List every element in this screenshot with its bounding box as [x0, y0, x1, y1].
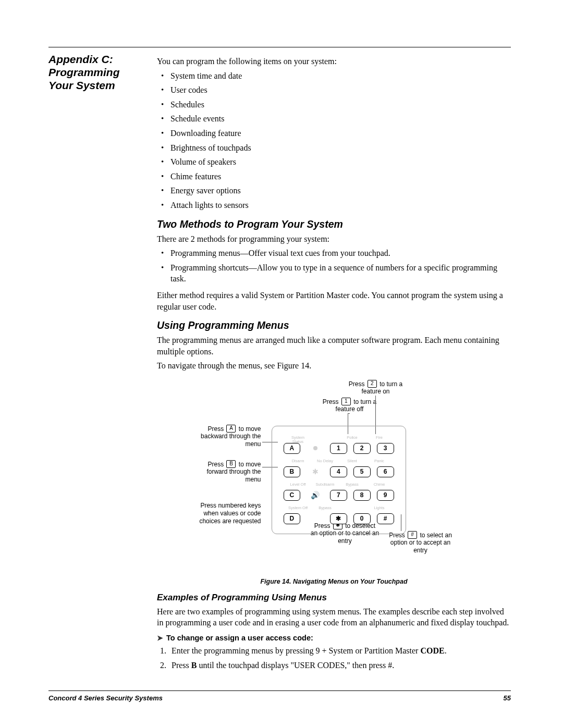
figure-14: Press 2 to turn a feature on Press 1 to …: [157, 380, 511, 585]
task-heading: ➤To change or assign a user access code:: [157, 634, 511, 642]
key-label: Subdisarm: [315, 483, 336, 487]
side-column: Appendix C: Programming Your System: [48, 53, 145, 674]
two-methods-list: Programming menus—Offer visual text cues…: [157, 248, 511, 285]
step-key: B: [191, 661, 197, 670]
program-items-list: System time and date User codes Schedule…: [157, 70, 511, 211]
key-icon: 2: [368, 380, 377, 388]
key-label: System Off: [288, 506, 309, 510]
key-label: Bypass: [342, 483, 363, 487]
step-text: + System or Partition Master: [320, 646, 420, 655]
key-icon: #: [408, 531, 417, 539]
page-footer: Concord 4 Series Security Systems 55: [48, 690, 511, 702]
key-label-row: Disarm No Delay Silent Panic: [284, 459, 394, 461]
key-label: Lights: [369, 506, 390, 510]
annotation-text: Press: [207, 460, 225, 467]
key-label: Panic: [369, 459, 390, 463]
key-label-row: System Off Bypass Lights: [284, 506, 394, 508]
speaker-icon: 🔊: [307, 490, 324, 501]
section-examples-title: Examples of Programming Using Menus: [157, 593, 511, 603]
key-4: 4: [330, 466, 347, 477]
list-item: System time and date: [157, 70, 511, 82]
steps-list: Enter the programming menus by pressing …: [168, 645, 511, 671]
blank-icon: [307, 513, 324, 524]
key-1: 1: [330, 443, 347, 454]
key-hash: #: [377, 513, 394, 524]
fan-icon: ✱: [307, 466, 324, 477]
annotation-text: Press: [349, 380, 366, 387]
key-2: 2: [353, 443, 371, 454]
key-5: 5: [353, 466, 371, 477]
key-row: D ✱ 0 #: [284, 513, 394, 524]
touchpad-illustration: System Status Police Fire A 1 2 3 Disarm: [272, 426, 406, 534]
page-number: 55: [504, 694, 511, 702]
two-methods-intro: There are 2 methods for programming your…: [157, 233, 511, 245]
connector-line: [348, 413, 350, 414]
annotation-press-b: Press B to move forward through the menu: [199, 460, 261, 484]
key-label-row: Level Off Subdisarm Bypass Chime: [284, 483, 394, 485]
key-label: [342, 506, 363, 510]
step-text: Enter the programming menus by pressing: [172, 646, 315, 655]
annotation-text: Press: [323, 398, 340, 405]
key-label: [315, 436, 336, 440]
appendix-title: Appendix C: Programming Your System: [48, 53, 145, 92]
key-7: 7: [330, 490, 347, 501]
list-item: User codes: [157, 84, 511, 96]
key-b: B: [284, 466, 301, 477]
key-8: 8: [353, 490, 371, 501]
list-item: Attach lights to sensors: [157, 200, 511, 211]
key-icon: 1: [341, 398, 351, 405]
page-layout: Appendix C: Programming Your System You …: [48, 53, 511, 674]
figure-canvas: Press 2 to turn a feature on Press 1 to …: [193, 380, 475, 573]
key-label: System Status: [288, 436, 309, 440]
list-item: Energy saver options: [157, 185, 511, 196]
step-text: Press: [172, 661, 191, 670]
two-methods-note: Either method requires a valid System or…: [157, 290, 511, 312]
list-item: Programming shortcuts—Allow you to type …: [157, 262, 511, 285]
key-label: Disarm: [288, 459, 309, 463]
task-title-text: To change or assign a user access code:: [166, 634, 313, 642]
key-label-row: System Status Police Fire: [284, 436, 394, 438]
arrow-icon: ➤: [157, 634, 163, 642]
list-item: Schedule events: [157, 113, 511, 125]
annotation-press-2: Press 2 to turn a feature on: [339, 380, 412, 396]
section-using-menus-title: Using Programming Menus: [157, 319, 511, 331]
key-a: A: [284, 443, 301, 454]
key-row: B ✱ 4 5 6: [284, 466, 394, 477]
top-rule: [48, 47, 511, 47]
step-text: until the touchpad displays "USER CODES,…: [197, 661, 388, 670]
figure-caption: Figure 14. Navigating Menus on Your Touc…: [157, 578, 511, 585]
key-9: 9: [377, 490, 394, 501]
section-two-methods-title: Two Methods to Program Your System: [157, 218, 511, 230]
key-label: Fire: [369, 436, 390, 440]
list-item: Schedules: [157, 99, 511, 110]
key-6: 6: [377, 466, 394, 477]
step-text: .: [392, 661, 394, 670]
step-text: .: [445, 646, 447, 655]
key-icon: A: [226, 425, 236, 433]
step-item: Press B until the touchpad displays "USE…: [168, 660, 511, 671]
step-code: CODE: [420, 646, 444, 655]
list-item: Volume of speakers: [157, 156, 511, 168]
key-star: ✱: [330, 513, 347, 524]
key-row: A 1 2 3: [284, 443, 394, 454]
annotation-numbered-keys: Press numbered keys when values or code …: [199, 502, 261, 525]
using-menus-p1: The programming menus are arranged much …: [157, 335, 511, 357]
list-item: Chime features: [157, 171, 511, 182]
examples-intro: Here are two examples of programming usi…: [157, 606, 511, 628]
key-label: Chime: [369, 483, 390, 487]
list-item: Brightness of touchpads: [157, 142, 511, 154]
status-led-icon: [307, 443, 324, 454]
main-column: You can program the following items on y…: [157, 53, 511, 674]
intro-text: You can program the following items on y…: [157, 56, 511, 67]
key-row: C 🔊 7 8 9: [284, 490, 394, 501]
key-0: 0: [353, 513, 371, 524]
key-label: Bypass: [315, 506, 336, 510]
key-3: 3: [377, 443, 394, 454]
key-label: Silent: [342, 459, 363, 463]
key-icon: B: [226, 460, 236, 468]
list-item: Downloading feature: [157, 128, 511, 139]
key-label: No Delay: [315, 459, 336, 463]
annotation-text: Press: [207, 425, 225, 432]
key-c: C: [284, 490, 301, 501]
using-menus-p2: To navigate through the menus, see Figur…: [157, 360, 511, 372]
